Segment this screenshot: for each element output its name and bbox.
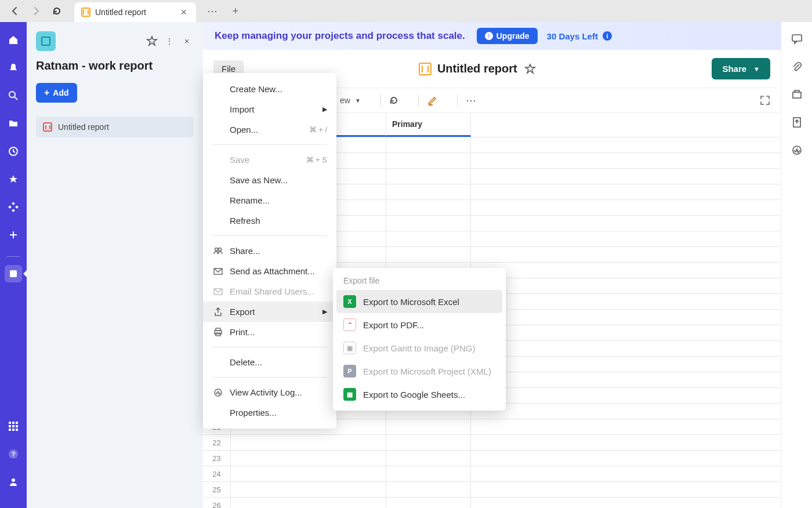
- menu-export[interactable]: Export▶: [203, 302, 336, 322]
- menu-print[interactable]: Print...: [203, 322, 336, 342]
- share-button[interactable]: Share▼: [712, 58, 770, 79]
- menu-properties[interactable]: Properties...: [203, 402, 336, 423]
- main-area: Keep managing your projects and process …: [203, 22, 781, 508]
- cell[interactable]: [386, 216, 471, 231]
- menu-save: Save⌘ + S: [203, 150, 336, 170]
- msproject-icon: P: [343, 365, 356, 378]
- cell[interactable]: [386, 153, 471, 168]
- account-icon[interactable]: [5, 473, 22, 491]
- cell[interactable]: [386, 466, 471, 481]
- view-dropdown[interactable]: ew▼: [340, 96, 361, 105]
- help-icon[interactable]: ?: [5, 445, 22, 463]
- upgrade-button-label: Upgrade: [496, 31, 530, 41]
- table-row[interactable]: 25: [203, 482, 781, 498]
- cell[interactable]: [231, 466, 386, 481]
- favorites-icon[interactable]: [5, 170, 22, 188]
- toolbar-more-button[interactable]: ⋯: [466, 94, 476, 107]
- cell[interactable]: [231, 498, 386, 508]
- tab-more-button[interactable]: ⋯: [204, 5, 220, 17]
- image-icon: ▣: [343, 342, 356, 354]
- proofs-icon[interactable]: [788, 86, 806, 103]
- print-icon: [212, 328, 224, 337]
- favorite-workspace-button[interactable]: [145, 34, 159, 48]
- tab-title: Untitled report: [95, 8, 176, 17]
- expand-button[interactable]: [760, 95, 770, 106]
- cell[interactable]: [386, 435, 471, 450]
- menu-import[interactable]: Import▶: [203, 99, 336, 119]
- svg-rect-18: [16, 429, 18, 431]
- upgrade-button[interactable]: ↑Upgrade: [477, 28, 538, 44]
- workspace-avatar-icon: [36, 31, 56, 51]
- menu-view-activity[interactable]: View Activity Log...: [203, 382, 336, 402]
- close-panel-button[interactable]: ×: [180, 34, 194, 48]
- new-tab-button[interactable]: +: [227, 5, 244, 17]
- cell[interactable]: [386, 498, 471, 508]
- svg-rect-13: [9, 425, 11, 427]
- export-pdf[interactable]: ⌃Export to PDF...: [336, 313, 502, 336]
- folder-icon[interactable]: [5, 115, 22, 132]
- cell[interactable]: [386, 184, 471, 199]
- top-bar: Untitled report × ⋯ +: [0, 0, 812, 22]
- add-button[interactable]: +Add: [36, 83, 77, 103]
- notifications-icon[interactable]: [5, 59, 22, 77]
- cell[interactable]: [386, 419, 471, 434]
- cell[interactable]: [386, 482, 471, 497]
- menu-divider: [212, 377, 327, 378]
- favorite-report-button[interactable]: [523, 62, 537, 76]
- attachments-icon[interactable]: [788, 58, 806, 75]
- toolbar-divider: [418, 95, 419, 106]
- cell[interactable]: [386, 169, 471, 184]
- apps-grid-icon[interactable]: [5, 418, 22, 435]
- cell[interactable]: [386, 137, 471, 153]
- home-icon[interactable]: [5, 31, 22, 49]
- search-icon[interactable]: [5, 87, 22, 104]
- info-icon[interactable]: i: [603, 31, 612, 41]
- table-row[interactable]: 26: [203, 498, 781, 508]
- toolbar-divider: [380, 95, 381, 106]
- cell[interactable]: [386, 451, 471, 466]
- cell[interactable]: [231, 435, 386, 450]
- refresh-button[interactable]: [389, 96, 398, 105]
- svg-rect-3: [12, 202, 15, 205]
- table-row[interactable]: 24: [203, 466, 781, 482]
- menu-share[interactable]: Share...: [203, 241, 336, 261]
- nav-forward-button[interactable]: [28, 3, 44, 19]
- export-google-sheets[interactable]: ▦Export to Google Sheets...: [336, 383, 502, 406]
- menu-send-attachment[interactable]: Send as Attachment...: [203, 261, 336, 281]
- workapps-icon[interactable]: [5, 198, 22, 216]
- primary-column-header[interactable]: Primary: [386, 113, 471, 137]
- comments-icon[interactable]: [788, 30, 806, 48]
- svg-point-24: [219, 248, 222, 251]
- cell[interactable]: [386, 247, 471, 262]
- export-excel[interactable]: XExport to Microsoft Excel: [336, 290, 502, 313]
- activity-log-icon[interactable]: [788, 141, 806, 159]
- add-icon[interactable]: [5, 226, 22, 244]
- tree-item-untitled-report[interactable]: Untitled report: [36, 117, 194, 137]
- highlight-button[interactable]: [427, 95, 437, 106]
- cell[interactable]: [231, 451, 386, 466]
- nav-back-button[interactable]: [7, 3, 23, 19]
- cell[interactable]: [386, 200, 471, 215]
- svg-rect-12: [16, 422, 18, 424]
- table-row[interactable]: 22: [203, 435, 781, 451]
- browser-tab[interactable]: Untitled report ×: [74, 2, 196, 22]
- export-submenu: Export file XExport to Microsoft Excel ⌃…: [333, 268, 506, 411]
- recents-icon[interactable]: [5, 143, 22, 160]
- menu-save-as-new[interactable]: Save as New...: [203, 170, 336, 190]
- table-row[interactable]: 23: [203, 451, 781, 466]
- cell[interactable]: [231, 482, 386, 497]
- chevron-right-icon: ▶: [322, 308, 327, 315]
- workspace-icon[interactable]: [5, 265, 22, 282]
- cell[interactable]: [386, 231, 471, 246]
- menu-email-shared: Email Shared Users...: [203, 281, 336, 302]
- reload-button[interactable]: [49, 3, 65, 19]
- menu-open[interactable]: Open...⌘ + /: [203, 119, 336, 140]
- workspace-more-button[interactable]: ⋮: [162, 34, 176, 48]
- menu-rename[interactable]: Rename...: [203, 190, 336, 211]
- menu-refresh[interactable]: Refresh: [203, 211, 336, 231]
- menu-delete[interactable]: Delete...: [203, 352, 336, 372]
- publish-icon[interactable]: [788, 114, 806, 131]
- tab-close-button[interactable]: ×: [180, 6, 187, 19]
- svg-rect-5: [15, 205, 19, 209]
- menu-create-new[interactable]: Create New...: [203, 79, 336, 99]
